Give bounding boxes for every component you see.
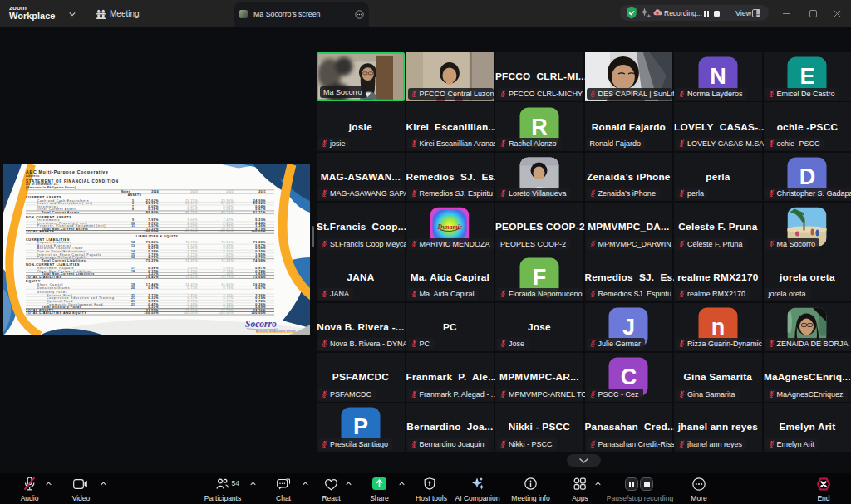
svg-text:100.00%: 100.00%: [219, 230, 234, 233]
svg-text:100.00%: 100.00%: [144, 230, 159, 233]
svg-text:TOTAL LIABILITIES: TOTAL LIABILITIES: [26, 276, 62, 279]
svg-text:75.73%: 75.73%: [221, 276, 234, 279]
svg-text:LIABILITIES & EQUITY: LIABILITIES & EQUITY: [136, 235, 179, 238]
svg-text:89.53%: 89.53%: [221, 211, 234, 214]
svg-text:2023: 2023: [190, 190, 198, 193]
svg-text:11: 11: [131, 224, 135, 228]
svg-text:(Amounts in Philippine Pesos): (Amounts in Philippine Pesos): [26, 186, 76, 189]
svg-text:0.07%: 0.07%: [148, 286, 159, 290]
svg-text:91.21%: 91.21%: [253, 211, 266, 214]
svg-text:86.76%: 86.76%: [185, 211, 198, 214]
svg-text:Total Current Assets: Total Current Assets: [42, 211, 80, 214]
svg-text:0.76%: 0.76%: [224, 286, 234, 290]
svg-text:100.00%: 100.00%: [184, 311, 198, 315]
svg-text:100.00%: 100.00%: [219, 311, 234, 315]
svg-text:8: 8: [132, 208, 134, 211]
svg-text:TOTAL LIABILITIES AND EQUITY: TOTAL LIABILITIES AND EQUITY: [26, 311, 86, 315]
svg-text:TOTAL ASSETS: TOTAL ASSETS: [26, 230, 54, 233]
svg-text:Total Current Liabilities: Total Current Liabilities: [42, 259, 86, 262]
svg-text:18: 18: [131, 270, 135, 273]
svg-text:89.80%: 89.80%: [146, 211, 159, 214]
svg-text:100.00%: 100.00%: [144, 311, 159, 315]
svg-text:100.00%: 100.00%: [184, 230, 198, 233]
svg-text:ABC Multi-Purpose Cooperative: ABC Multi-Purpose Cooperative: [26, 169, 109, 174]
svg-text:75.65%: 75.65%: [185, 276, 198, 279]
svg-text:0.67%: 0.67%: [255, 286, 266, 290]
svg-text:20: 20: [131, 286, 135, 290]
svg-text:13: 13: [131, 244, 135, 247]
svg-text:Donations/Grants: Donations/Grants: [37, 286, 71, 290]
svg-text:Dynamic: Dynamic: [437, 223, 463, 231]
svg-text:Address: Address: [26, 174, 39, 178]
svg-text:76.45%: 76.45%: [146, 276, 159, 279]
svg-text:0.72%: 0.72%: [188, 286, 198, 290]
svg-text:21: 21: [131, 303, 135, 306]
svg-text:100.00%: 100.00%: [251, 230, 266, 233]
svg-text:2024: 2024: [151, 190, 159, 193]
svg-text:ASSETS: ASSETS: [128, 193, 142, 197]
svg-text:75.29%: 75.29%: [146, 259, 159, 262]
svg-text:74.43%: 74.43%: [221, 259, 234, 262]
svg-text:74.39%: 74.39%: [185, 259, 198, 262]
svg-text:2021: 2021: [258, 190, 266, 193]
svg-text:100.00%: 100.00%: [251, 311, 266, 315]
svg-text:74.98%: 74.98%: [253, 259, 266, 262]
svg-text:Accounting and Assurance Servi: Accounting and Assurance Services: [256, 330, 296, 333]
svg-text:75.64%: 75.64%: [253, 276, 266, 279]
svg-text:Socorro: Socorro: [245, 319, 277, 329]
svg-text:2022: 2022: [226, 190, 234, 193]
